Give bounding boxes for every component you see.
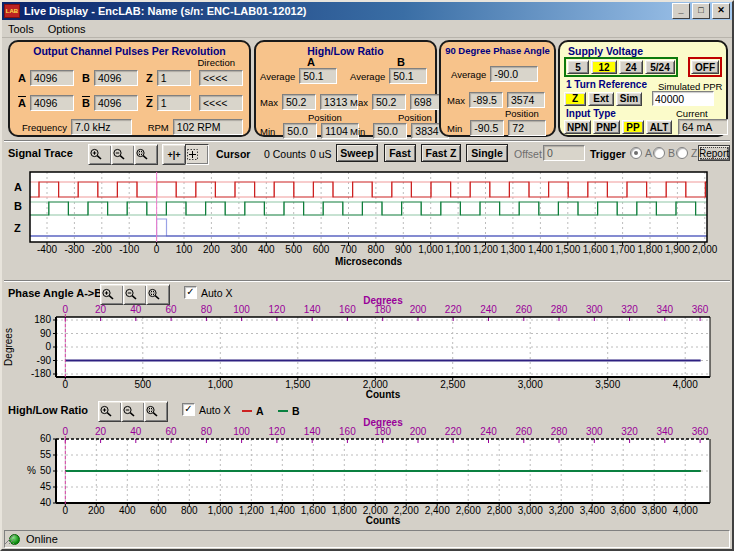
turn-ref-z-button[interactable]: Z <box>564 92 586 106</box>
phase-max: -89.5 <box>469 92 503 108</box>
voltage-5-24-button[interactable]: 5/24 <box>645 60 675 74</box>
input-type-pp-button[interactable]: PP <box>622 120 644 134</box>
a-min: 50.0 <box>283 123 317 139</box>
phase-min-position: 72 <box>508 120 546 136</box>
channel-zbar-value: 1 <box>157 95 191 111</box>
max-label: Max <box>350 97 368 108</box>
voltage-5-button[interactable]: 5 <box>567 60 589 74</box>
svg-text:240: 240 <box>480 304 497 315</box>
menu-tools[interactable]: Tools <box>8 23 34 35</box>
svg-text:-300: -300 <box>64 244 84 255</box>
zoom-fit-icon <box>135 148 149 161</box>
voltage-off-button[interactable]: OFF <box>691 60 719 74</box>
menu-options[interactable]: Options <box>48 23 86 35</box>
trigger-z-label: Z <box>691 147 697 159</box>
turn-ref-ext-button[interactable]: Ext <box>588 92 614 106</box>
svg-text:1,800: 1,800 <box>332 505 357 516</box>
position-label: Position <box>398 112 432 123</box>
svg-text:3,200: 3,200 <box>549 505 574 516</box>
svg-text:-200: -200 <box>92 244 112 255</box>
offset-input[interactable]: 0 <box>543 145 585 161</box>
svg-text:120: 120 <box>269 426 286 437</box>
cursor-free-button[interactable] <box>185 144 209 165</box>
menu-bar: Tools Options <box>2 20 732 38</box>
position-label: Position <box>308 112 342 123</box>
separator <box>4 140 730 142</box>
svg-text:600: 600 <box>150 505 167 516</box>
svg-text:1,100: 1,100 <box>446 244 471 255</box>
phase-max-position: 3574 <box>507 92 545 108</box>
fast-button[interactable]: Fast <box>384 144 416 162</box>
zoom-fit-button[interactable] <box>134 144 158 165</box>
maximize-button[interactable]: □ <box>692 3 710 19</box>
separator <box>4 280 730 282</box>
minimize-button[interactable]: _ <box>672 3 690 19</box>
zoom-fit-icon <box>145 405 159 418</box>
a-average: 50.1 <box>299 68 337 84</box>
trigger-radio-a[interactable]: A <box>630 147 652 159</box>
svg-text:A: A <box>14 181 22 193</box>
svg-text:260: 260 <box>515 426 532 437</box>
svg-text:0: 0 <box>63 304 69 315</box>
resize-grip[interactable] <box>2 532 15 545</box>
svg-text:700: 700 <box>340 244 357 255</box>
min-label: Min <box>447 123 462 134</box>
input-type-npn-button[interactable]: NPN <box>564 120 591 134</box>
svg-text:200: 200 <box>88 505 105 516</box>
svg-text:2,400: 2,400 <box>425 505 450 516</box>
svg-text:-400: -400 <box>37 244 57 255</box>
voltage-24-button[interactable]: 24 <box>619 60 643 74</box>
channel-b-label: B <box>82 72 90 84</box>
svg-text:1,600: 1,600 <box>301 505 326 516</box>
input-type-pnp-button[interactable]: PNP <box>593 120 620 134</box>
svg-text:1,400: 1,400 <box>270 505 295 516</box>
b-min: 50.0 <box>373 123 407 139</box>
svg-text:80: 80 <box>201 304 213 315</box>
channel-z-label: Z <box>146 72 153 84</box>
svg-text:200: 200 <box>410 304 427 315</box>
single-button[interactable]: Single <box>466 144 508 162</box>
svg-text:160: 160 <box>339 426 356 437</box>
fast-z-button[interactable]: Fast Z <box>421 144 461 162</box>
svg-text:400: 400 <box>119 505 136 516</box>
offset-label: Offset <box>514 148 542 160</box>
auto-x-checkbox[interactable]: ✓ Auto X <box>182 403 231 416</box>
column-a-header: A <box>274 56 348 68</box>
sweep-button[interactable]: Sweep <box>336 144 378 162</box>
turn-ref-sim-button[interactable]: Sim <box>616 92 642 106</box>
svg-text:1,500: 1,500 <box>285 379 310 390</box>
trigger-radio-z[interactable]: Z <box>676 147 697 159</box>
svg-text:260: 260 <box>515 304 532 315</box>
min-label: Min <box>350 126 365 137</box>
svg-text:-90: -90 <box>37 355 52 366</box>
svg-text:2,000: 2,000 <box>692 244 717 255</box>
voltage-12-button[interactable]: 12 <box>591 60 617 74</box>
average-label: Average <box>451 69 486 80</box>
cursor-track-button[interactable]: +|+ <box>162 144 186 165</box>
svg-text:Z: Z <box>14 222 21 234</box>
simulated-ppr-input[interactable] <box>652 91 714 106</box>
svg-text:1,200: 1,200 <box>473 244 498 255</box>
svg-text:180: 180 <box>374 304 391 315</box>
trigger-radio-b[interactable]: B <box>653 147 675 159</box>
close-button[interactable]: ✕ <box>712 3 730 19</box>
auto-x-label: Auto X <box>199 404 231 416</box>
svg-text:1,600: 1,600 <box>583 244 608 255</box>
trigger-b-label: B <box>668 147 675 159</box>
zoom-out-button[interactable] <box>111 144 135 165</box>
svg-text:1,500: 1,500 <box>555 244 580 255</box>
svg-text:%: % <box>27 465 36 476</box>
svg-text:80: 80 <box>201 426 213 437</box>
input-type-alt-button[interactable]: ALT <box>646 120 672 134</box>
average-label: Average <box>260 71 295 82</box>
svg-text:1,700: 1,700 <box>610 244 635 255</box>
b-average: 50.1 <box>389 68 427 84</box>
input-type-label: Input Type <box>566 108 616 119</box>
zoom-in-button[interactable] <box>88 144 112 165</box>
zoom-in-icon <box>99 405 113 418</box>
frequency-value: 7.0 kHz <box>71 119 132 135</box>
rpm-label: RPM <box>148 122 169 133</box>
legend-a-dash-icon <box>242 410 252 412</box>
svg-text:3,500: 3,500 <box>595 379 620 390</box>
report-button[interactable]: Report <box>698 145 730 161</box>
